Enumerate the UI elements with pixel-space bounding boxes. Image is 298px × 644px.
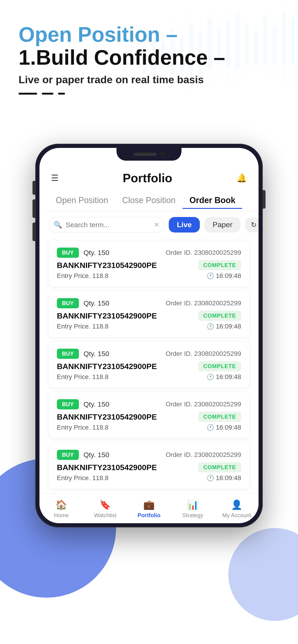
clock-icon: 🕐 (207, 272, 214, 280)
phone-frame: ☰ Portfolio 🔔 Open Position Close Positi… (35, 144, 263, 528)
order-time: 🕐 16:09:48 (207, 272, 241, 280)
refresh-button[interactable]: ↻ (245, 217, 258, 232)
svg-rect-28 (228, 9, 228, 21)
bell-icon[interactable]: 🔔 (236, 173, 247, 183)
order-time: 🕐 16:09:48 (207, 373, 241, 381)
buy-badge: BUY (57, 349, 79, 359)
order-id: Order ID. 2308020025299 (166, 350, 241, 358)
order-time: 🕐 16:09:48 (207, 424, 241, 431)
buy-badge: BUY (57, 450, 79, 460)
strategy-icon: 📊 (187, 499, 199, 510)
entry-price: Entry Price. 118.8 (57, 272, 109, 280)
hero-title-black: 1.Build Confidence – (19, 46, 279, 69)
buy-badge: BUY (57, 399, 79, 410)
svg-rect-22 (209, 7, 210, 18)
symbol: BANKNIFTY2310542900PE (57, 362, 157, 371)
speaker (133, 153, 157, 156)
phone-notch (117, 148, 181, 161)
volume-down-button (33, 222, 35, 241)
home-icon: 🏠 (56, 499, 67, 510)
nav-watchlist[interactable]: 🔖 Watchlist (83, 499, 127, 518)
nav-account-label: My Account (222, 512, 251, 518)
status-badge: COMPLETE (198, 311, 241, 321)
clock-icon: 🕐 (207, 374, 214, 381)
phone-screen: ☰ Portfolio 🔔 Open Position Close Positi… (40, 148, 258, 523)
qty-label: Qty. 150 (84, 400, 109, 408)
menu-icon[interactable]: ☰ (51, 173, 59, 183)
order-id: Order ID. 2308020025299 (166, 300, 241, 307)
paper-button[interactable]: Paper (204, 217, 240, 232)
status-badge: COMPLETE (198, 361, 241, 372)
svg-rect-40 (265, 7, 265, 16)
order-card[interactable]: BUY Qty. 150 Order ID. 2308020025299 BAN… (49, 443, 249, 489)
nav-portfolio[interactable]: 💼 Portfolio (127, 499, 171, 518)
orders-list: BUY Qty. 150 Order ID. 2308020025299 BAN… (40, 238, 258, 493)
bottom-nav: 🏠 Home 🔖 Watchlist 💼 Portfolio 📊 Strateg… (40, 493, 258, 523)
symbol: BANKNIFTY2310542900PE (57, 261, 157, 270)
power-button (263, 190, 265, 209)
screen-title: Portfolio (123, 171, 172, 185)
qty-label: Qty. 150 (84, 451, 109, 459)
entry-price: Entry Price. 118.8 (57, 474, 109, 482)
order-card[interactable]: BUY Qty. 150 Order ID. 2308020025299 BAN… (49, 392, 249, 438)
watchlist-icon: 🔖 (99, 499, 111, 510)
order-card[interactable]: BUY Qty. 150 Order ID. 2308020025299 BAN… (49, 241, 249, 286)
camera (160, 152, 165, 157)
portfolio-icon: 💼 (143, 499, 155, 510)
qty-label: Qty. 150 (84, 299, 109, 307)
svg-rect-16 (191, 12, 191, 23)
svg-rect-31 (237, 5, 238, 14)
live-button[interactable]: Live (169, 217, 200, 232)
search-input[interactable] (66, 221, 154, 229)
status-badge: COMPLETE (198, 260, 241, 270)
svg-rect-48 (291, 18, 295, 65)
buy-badge: BUY (57, 248, 79, 258)
tab-open-position[interactable]: Open Position (49, 192, 115, 209)
svg-rect-34 (246, 12, 247, 23)
svg-rect-50 (293, 65, 293, 84)
account-icon: 👤 (231, 499, 242, 510)
phone-mockup: ☰ Portfolio 🔔 Open Position Close Positi… (35, 144, 263, 528)
nav-home[interactable]: 🏠 Home (40, 499, 83, 518)
qty-label: Qty. 150 (84, 249, 109, 257)
order-card[interactable]: BUY Qty. 150 Order ID. 2308020025299 BAN… (49, 342, 249, 388)
clock-icon: 🕐 (207, 424, 214, 431)
order-time: 🕐 16:09:48 (207, 474, 241, 482)
order-id: Order ID. 2308020025299 (166, 451, 241, 458)
qty-label: Qty. 150 (84, 350, 109, 358)
nav-strategy-label: Strategy (182, 512, 203, 518)
tab-bar: Open Position Close Position Order Book (40, 190, 258, 211)
order-card[interactable]: BUY Qty. 150 Order ID. 2308020025299 BAN… (49, 291, 249, 337)
entry-price: Entry Price. 118.8 (57, 323, 109, 330)
search-filter-bar: 🔍 ✕ Live Paper ↻ (40, 211, 258, 238)
hero-section: Open Position – 1.Build Confidence – Liv… (19, 23, 279, 94)
svg-rect-46 (283, 2, 284, 12)
order-id: Order ID. 2308020025299 (166, 400, 241, 408)
entry-price: Entry Price. 118.8 (57, 373, 109, 381)
symbol: BANKNIFTY2310542900PE (57, 311, 157, 320)
app-header: ☰ Portfolio 🔔 (40, 162, 258, 190)
clear-search-icon[interactable]: ✕ (154, 221, 159, 228)
decorative-dashes (19, 93, 279, 94)
clock-icon: 🕐 (207, 323, 214, 330)
silent-button (33, 181, 35, 195)
nav-strategy[interactable]: 📊 Strategy (171, 499, 215, 518)
tab-close-position[interactable]: Close Position (115, 192, 182, 209)
svg-rect-45 (282, 12, 286, 65)
tab-order-book[interactable]: Order Book (182, 192, 242, 209)
search-input-wrap[interactable]: 🔍 ✕ (49, 217, 164, 232)
hero-title-blue: Open Position – (19, 23, 279, 46)
status-badge: COMPLETE (198, 412, 241, 422)
app-screen: ☰ Portfolio 🔔 Open Position Close Positi… (40, 148, 258, 523)
status-badge: COMPLETE (198, 462, 241, 472)
buy-badge: BUY (57, 298, 79, 308)
svg-rect-49 (293, 7, 293, 18)
svg-rect-47 (283, 65, 284, 86)
nav-home-label: Home (54, 512, 69, 518)
order-id: Order ID. 2308020025299 (166, 249, 241, 256)
search-icon: 🔍 (54, 221, 62, 229)
nav-my-account[interactable]: 👤 My Account (215, 499, 258, 518)
nav-watchlist-label: Watchlist (94, 512, 116, 518)
entry-price: Entry Price. 118.8 (57, 424, 109, 431)
nav-portfolio-label: Portfolio (138, 512, 161, 518)
